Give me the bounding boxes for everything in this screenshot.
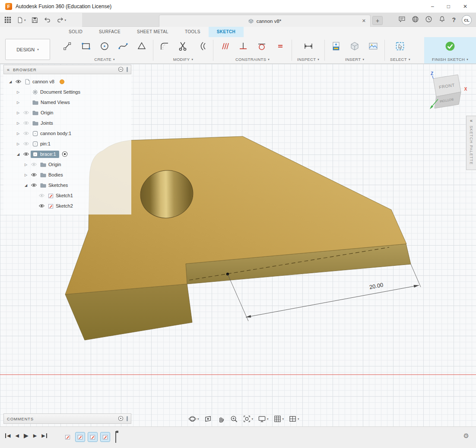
- visibility-eye-icon[interactable]: [22, 142, 31, 146]
- expand-comments-icon[interactable]: [118, 416, 124, 422]
- spline-tool-button[interactable]: [117, 40, 129, 52]
- visibility-eye-icon[interactable]: [37, 204, 46, 208]
- ribbon-tab-sketch[interactable]: SKETCH: [209, 27, 244, 37]
- offset-tool-button[interactable]: [196, 40, 208, 52]
- equal-tool-button[interactable]: [274, 40, 286, 52]
- visibility-eye-icon[interactable]: [22, 121, 31, 125]
- undo-button[interactable]: [44, 17, 51, 23]
- ribbon-group-label[interactable]: SELECT: [390, 57, 407, 62]
- save-button[interactable]: [32, 17, 38, 23]
- tangent-tool-button[interactable]: [256, 40, 268, 52]
- timeline-feature-sketch-3[interactable]: [88, 432, 97, 442]
- rectangle-tool-button[interactable]: [80, 40, 92, 52]
- select-tool-button[interactable]: [394, 40, 406, 52]
- ribbon-group-label[interactable]: FINISH SKETCH: [432, 57, 465, 62]
- browser-item-joints[interactable]: ▷Joints: [3, 118, 131, 128]
- expand-arrow-icon[interactable]: ▷: [15, 132, 22, 136]
- viewports-button[interactable]: ▾: [288, 414, 300, 424]
- browser-item-bodies[interactable]: ▷Bodies: [3, 170, 131, 180]
- minimize-button[interactable]: –: [431, 3, 434, 9]
- design-workspace-dropdown[interactable]: DESIGN ▾: [5, 39, 50, 60]
- browser-item-document-settings[interactable]: ▷Document Settings: [3, 87, 131, 97]
- history-clock-icon[interactable]: [425, 16, 432, 25]
- expand-arrow-icon[interactable]: ▷: [22, 173, 29, 177]
- collapse-all-icon[interactable]: [118, 66, 124, 73]
- expand-palette-icon[interactable]: «: [470, 118, 473, 123]
- timeline-feature-sketch-4[interactable]: [101, 432, 110, 442]
- visibility-eye-icon[interactable]: [29, 162, 38, 167]
- visibility-eye-icon[interactable]: [22, 110, 31, 115]
- expand-arrow-icon[interactable]: ▷: [15, 111, 22, 115]
- measure-tool-button[interactable]: [302, 40, 314, 52]
- trim-tool-button[interactable]: [177, 40, 189, 52]
- maximize-button[interactable]: □: [447, 3, 450, 9]
- insert-mesh-tool-button[interactable]: [349, 40, 361, 52]
- ribbon-tab-tools[interactable]: TOOLS: [177, 27, 209, 37]
- dimension-line[interactable]: [246, 285, 419, 317]
- sketch-palette-tab[interactable]: « SKETCH PALETTE: [466, 116, 476, 170]
- timeline-position-marker[interactable]: [115, 431, 116, 443]
- go-to-end-button[interactable]: ▶: [41, 433, 47, 438]
- expand-arrow-icon[interactable]: ◢: [22, 183, 29, 187]
- horizontal-vertical-tool-button[interactable]: [219, 40, 231, 52]
- canvas-tool-button[interactable]: [367, 40, 379, 52]
- timeline-feature-sketch-2[interactable]: [76, 432, 85, 442]
- expand-arrow-icon[interactable]: ▷: [15, 121, 22, 125]
- fit-button[interactable]: ▾: [242, 414, 254, 424]
- browser-item-cannon-body-1[interactable]: ▷cannon body:1: [3, 128, 131, 139]
- browser-header[interactable]: « BROWSER: [3, 65, 131, 74]
- browser-item-sketch2[interactable]: Sketch2: [3, 201, 131, 211]
- file-menu-button[interactable]: ▾: [17, 17, 26, 23]
- browser-item-cannon-v8[interactable]: ◢cannon v8: [3, 76, 131, 87]
- panel-scrollbar[interactable]: [127, 67, 128, 72]
- step-back-button[interactable]: ◀: [15, 433, 19, 438]
- user-avatar[interactable]: CL: [462, 15, 472, 25]
- step-forward-button[interactable]: ▶: [33, 433, 37, 438]
- go-to-start-button[interactable]: ◀: [5, 433, 10, 438]
- browser-item-origin[interactable]: ▷Origin: [3, 159, 131, 170]
- panel-scrollbar[interactable]: [127, 416, 128, 421]
- activate-component-icon[interactable]: [62, 151, 68, 157]
- comments-panel[interactable]: COMMENTS: [3, 413, 131, 424]
- expand-arrow-icon[interactable]: ▷: [15, 142, 22, 146]
- ribbon-group-label[interactable]: INSPECT: [297, 57, 316, 62]
- ribbon-group-label[interactable]: CONSTRAINTS: [235, 57, 266, 62]
- visibility-eye-icon[interactable]: [29, 183, 38, 187]
- document-tab[interactable]: cannon v8* ✕: [159, 15, 371, 27]
- circle-tool-button[interactable]: [98, 40, 111, 52]
- timeline-settings-gear-icon[interactable]: ⚙: [463, 432, 469, 440]
- fillet-tool-button[interactable]: [159, 40, 171, 52]
- play-button[interactable]: ▶: [24, 432, 29, 439]
- pan-button[interactable]: [216, 414, 226, 424]
- expand-arrow-icon[interactable]: ▷: [15, 101, 22, 104]
- job-status-globe-icon[interactable]: [412, 16, 419, 25]
- tab-close-icon[interactable]: ✕: [362, 18, 366, 24]
- comment-icon[interactable]: [398, 16, 406, 25]
- notifications-bell-icon[interactable]: [438, 16, 446, 25]
- browser-item-origin[interactable]: ▷Origin: [3, 107, 131, 118]
- new-tab-button[interactable]: +: [372, 16, 383, 25]
- browser-item-sketch1[interactable]: Sketch1: [3, 190, 131, 201]
- look-at-button[interactable]: [203, 414, 213, 424]
- timeline-feature-sketch-1[interactable]: [63, 432, 72, 442]
- browser-item-pin-1[interactable]: ▷pin:1: [3, 139, 131, 149]
- ribbon-tab-surface[interactable]: SURFACE: [91, 27, 129, 37]
- ribbon-group-label[interactable]: CREATE: [94, 57, 111, 62]
- help-icon[interactable]: ?: [452, 16, 456, 23]
- visibility-eye-icon[interactable]: [29, 173, 38, 177]
- ribbon-group-label[interactable]: INSERT: [345, 57, 361, 62]
- ribbon-tab-sheet-metal[interactable]: SHEET METAL: [129, 27, 177, 37]
- app-grid-icon[interactable]: [4, 16, 11, 23]
- redo-button[interactable]: ▾: [57, 17, 67, 23]
- viewport[interactable]: 20.00 FRONT BOTTOM Z X « BROWSER ◢cannon…: [0, 64, 476, 426]
- zoom-button[interactable]: [229, 414, 239, 424]
- expand-arrow-icon[interactable]: ◢: [15, 152, 22, 156]
- display-settings-button[interactable]: ▾: [257, 414, 270, 424]
- expand-arrow-icon[interactable]: ▷: [22, 163, 29, 167]
- close-button[interactable]: ✕: [463, 3, 467, 9]
- ribbon-tab-solid[interactable]: SOLID: [60, 27, 91, 37]
- visibility-eye-icon[interactable]: [22, 152, 31, 156]
- grid-snaps-button[interactable]: ▾: [273, 414, 285, 424]
- expand-arrow-icon[interactable]: ▷: [15, 90, 22, 94]
- collapse-panel-icon[interactable]: «: [7, 67, 10, 72]
